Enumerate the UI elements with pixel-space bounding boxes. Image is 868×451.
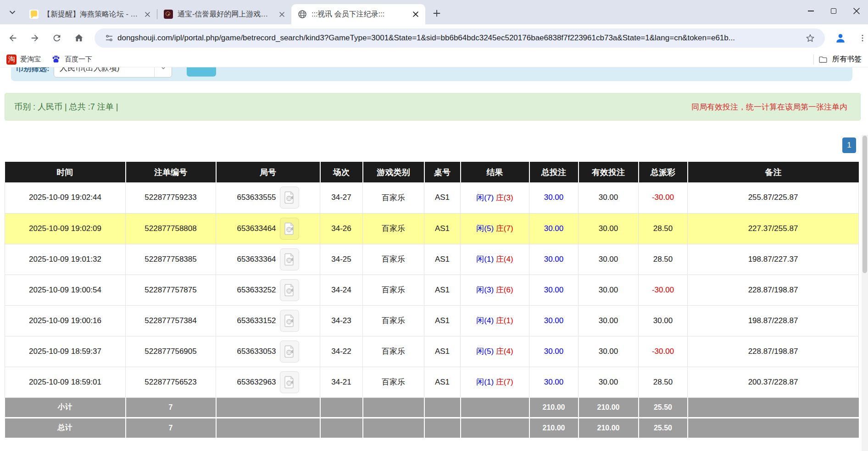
- result-player: 闲(1): [476, 255, 494, 264]
- cell-session: 34-26: [320, 213, 363, 244]
- baidu-paw-icon: [51, 55, 61, 65]
- cell-bet-id: 522877759233: [126, 182, 216, 213]
- cell-game-type: 百家乐: [363, 336, 424, 367]
- window-controls: [799, 0, 868, 22]
- cell-valid-bet: 30.00: [579, 213, 639, 244]
- column-header-1: 时间: [5, 162, 126, 182]
- cell-game-type: 百家乐: [363, 367, 424, 397]
- profile-avatar[interactable]: [831, 29, 850, 47]
- cell-note: 198.87/228.87: [688, 305, 859, 336]
- total-count: 7: [126, 418, 216, 438]
- scrollbar-thumb[interactable]: [862, 136, 867, 273]
- cell-note: 198.87/227.37: [688, 244, 859, 275]
- menu-dots-icon[interactable]: [853, 29, 868, 47]
- minimize-button[interactable]: [799, 0, 822, 22]
- result-player: 闲(1): [476, 378, 494, 386]
- cell-payout: 28.50: [639, 367, 688, 397]
- cell-valid-bet: 30.00: [579, 182, 639, 213]
- column-header-11: 备注: [688, 162, 859, 182]
- video-replay-button[interactable]: [280, 218, 299, 240]
- currency-select[interactable]: 人民币(出入款项): [54, 67, 172, 77]
- video-replay-button[interactable]: [280, 248, 299, 270]
- cell-bet-id: 522877758808: [126, 213, 216, 244]
- result-banker: 庄(4): [496, 255, 513, 264]
- game-platform-favicon-icon: [164, 10, 173, 19]
- tab-search-icon[interactable]: [5, 5, 20, 20]
- maximize-button[interactable]: [822, 0, 845, 22]
- table-row: 2025-10-09 18:59:01 522877756523 6536329…: [5, 367, 859, 397]
- close-tab-icon[interactable]: [411, 9, 421, 19]
- close-tab-icon[interactable]: [277, 9, 287, 19]
- cell-round: 653632963: [216, 367, 320, 397]
- new-tab-icon[interactable]: [429, 6, 445, 21]
- taobao-icon: 淘: [6, 55, 17, 65]
- result-banker: 庄(6): [496, 286, 513, 294]
- total-bet-link[interactable]: 30.00: [544, 347, 564, 356]
- subtotal-count: 7: [126, 397, 216, 418]
- site-info-icon[interactable]: [101, 30, 117, 46]
- globe-favicon-icon: [298, 10, 307, 19]
- bookmarks-separator: [813, 55, 814, 65]
- currency-filter-label: 币别筛选:: [16, 67, 50, 74]
- column-header-10: 总派彩: [639, 162, 688, 182]
- video-replay-button[interactable]: [280, 341, 299, 363]
- scrollbar-track[interactable]: [862, 135, 868, 451]
- total-bet-link[interactable]: 30.00: [544, 193, 564, 202]
- result-player: 闲(3): [476, 286, 494, 294]
- cell-valid-bet: 30.00: [579, 336, 639, 367]
- total-bet-link[interactable]: 30.00: [544, 286, 564, 294]
- cell-table-no: AS1: [424, 244, 461, 275]
- currency-select-value: 人民币(出入款项): [60, 67, 119, 73]
- column-header-7: 结果: [461, 162, 529, 182]
- tab-title: 通宝-信誉最好的网上游戏平台: [178, 10, 274, 19]
- tab-bet-records[interactable]: :::视讯 会员下注纪录:::: [291, 4, 425, 24]
- tab-game-platform[interactable]: 通宝-信誉最好的网上游戏平台: [157, 4, 291, 24]
- cell-round: 653633053: [216, 336, 320, 367]
- total-bet-link[interactable]: 30.00: [544, 224, 564, 233]
- cell-bet-id: 522877757384: [126, 305, 216, 336]
- cell-total-bet: 30.00: [529, 275, 579, 305]
- bookmark-star-icon[interactable]: [802, 30, 818, 46]
- cell-total-bet: 30.00: [529, 367, 579, 397]
- pagination-page-1[interactable]: 1: [842, 138, 856, 153]
- folder-icon: [818, 55, 828, 64]
- cell-round: 653633555: [216, 182, 320, 213]
- video-replay-button[interactable]: [280, 187, 299, 209]
- table-row: 2025-10-09 19:02:09 522877758808 6536334…: [5, 213, 859, 244]
- close-window-button[interactable]: [845, 0, 868, 22]
- column-header-2: 注单编号: [126, 162, 216, 182]
- video-replay-button[interactable]: [280, 279, 299, 301]
- address-bar[interactable]: dongshouji.com/ipl/portal.php/game/betre…: [95, 28, 825, 48]
- total-bet-link[interactable]: 30.00: [544, 378, 564, 386]
- reload-icon[interactable]: [48, 29, 66, 47]
- home-icon[interactable]: [70, 29, 88, 47]
- column-header-8: 总投注: [529, 162, 579, 182]
- close-tab-icon[interactable]: [142, 9, 152, 19]
- column-header-9: 有效投注: [579, 162, 639, 182]
- subtotal-payout: 25.50: [639, 397, 688, 418]
- video-replay-button[interactable]: [280, 310, 299, 332]
- total-bet-link[interactable]: 30.00: [544, 316, 564, 325]
- tab-forum[interactable]: 【新提醒】海燕策略论坛 - 综合: [23, 4, 157, 24]
- subtotal-total-bet: 210.00: [529, 397, 579, 418]
- total-bet-link[interactable]: 30.00: [544, 255, 564, 264]
- total-total-bet: 210.00: [529, 418, 579, 438]
- bookmarks-right: 所有书签: [813, 55, 868, 65]
- back-icon[interactable]: [4, 29, 22, 47]
- cell-session: 34-24: [320, 275, 363, 305]
- cell-game-type: 百家乐: [363, 182, 424, 213]
- bookmark-baidu[interactable]: 百度一下: [47, 53, 96, 66]
- subtotal-valid-bet: 210.00: [579, 397, 639, 418]
- bookmark-label: 爱淘宝: [20, 55, 41, 64]
- forward-icon[interactable]: [26, 29, 44, 47]
- all-bookmarks-label[interactable]: 所有书签: [832, 55, 862, 64]
- search-button[interactable]: [187, 67, 216, 77]
- cell-total-bet: 30.00: [529, 305, 579, 336]
- bookmark-aitaobao[interactable]: 淘 爱淘宝: [3, 53, 45, 66]
- result-banker: 庄(4): [496, 347, 513, 356]
- video-replay-button[interactable]: [280, 371, 299, 393]
- cell-note: 228.87/198.87: [688, 275, 859, 305]
- cell-bet-id: 522877756905: [126, 336, 216, 367]
- cell-valid-bet: 30.00: [579, 275, 639, 305]
- cell-session: 34-22: [320, 336, 363, 367]
